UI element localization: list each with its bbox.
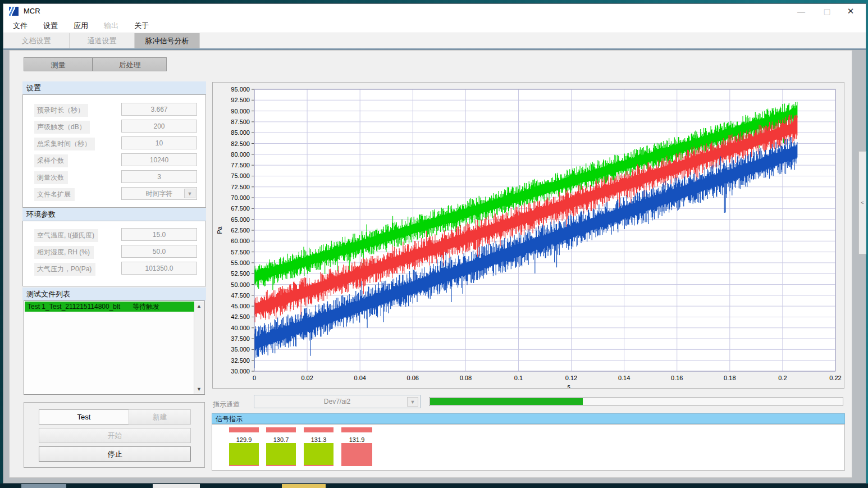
signal-value: 131.9	[341, 436, 372, 443]
signal-peak-bar	[304, 427, 334, 432]
main-content: 测量 后处理 设置 预录时长（秒）3.667声级触发（dB）200总采集时间（秒…	[9, 50, 852, 478]
start-button[interactable]: 开始	[39, 428, 191, 443]
setting-value-field[interactable]: 10240	[121, 153, 197, 166]
list-item[interactable]: Test 1_Test_211215114800_blt等待触发	[25, 302, 194, 312]
run-controls-group: Test 新建 开始 停止	[24, 402, 205, 468]
signal-column-3: 131.3	[304, 425, 334, 469]
test-file-list: ▲ ▼ Test 1_Test_211215114800_blt等待触发	[24, 300, 205, 395]
tab-bar: 文档设置通道设置脉冲信号分析	[3, 33, 866, 48]
y-tick-label: 60.000	[231, 238, 250, 244]
x-tick-label: 0.04	[354, 375, 366, 381]
signal-column-1: 129.9	[229, 425, 259, 469]
title-bar: MCR — ▢ ✕	[3, 4, 866, 19]
signal-value: 130.7	[266, 436, 296, 443]
close-button[interactable]: ✕	[838, 4, 864, 19]
tab-3[interactable]: 脉冲信号分析	[135, 33, 200, 48]
y-tick-label: 35.000	[231, 346, 250, 353]
measure-tab-button[interactable]: 测量	[24, 57, 93, 71]
x-tick-label: 0.06	[407, 375, 419, 381]
taskbar-icon[interactable]	[21, 484, 66, 488]
signal-column-4: 131.9	[341, 425, 372, 469]
chevron-down-icon[interactable]: ▼	[184, 189, 195, 198]
file-name: Test 1_Test_211215114800_blt	[28, 303, 120, 311]
acquisition-progressbar	[429, 397, 843, 406]
window-title: MCR	[24, 7, 40, 15]
tab-1[interactable]: 文档设置	[3, 33, 70, 48]
setting-row: 声级触发（dB）200	[23, 120, 205, 133]
list-scrollbar[interactable]: ▲ ▼	[194, 302, 204, 394]
y-tick-label: 30.000	[231, 368, 250, 375]
menu-item-5[interactable]: 关于	[133, 19, 150, 33]
scroll-down-icon[interactable]: ▼	[194, 385, 204, 394]
x-axis-title: s	[567, 383, 570, 388]
signal-indicator-panel: 129.9130.7131.3131.9	[212, 424, 845, 471]
environment-row: 大气压力，P0(Pa)101350.0	[23, 262, 205, 275]
setting-value-field[interactable]: 200	[121, 120, 197, 133]
environment-label: 大气压力，P0(Pa)	[34, 263, 95, 276]
setting-value-field[interactable]: 3.667	[121, 103, 197, 116]
new-button[interactable]: 新建	[129, 409, 191, 425]
waveform-chart: 30.00032.50035.00037.50040.00042.50045.0…	[212, 82, 844, 389]
menu-item-3[interactable]: 应用	[72, 19, 90, 33]
y-tick-label: 90.000	[231, 108, 250, 115]
progress-fill	[430, 398, 583, 405]
x-tick-label: 0.22	[829, 375, 841, 381]
environment-value-field[interactable]: 50.0	[121, 245, 197, 258]
y-tick-label: 75.000	[231, 172, 250, 179]
file-status: 等待触发	[133, 303, 159, 311]
x-tick-label: 0.08	[460, 375, 472, 381]
file-list-header: 测试文件列表	[22, 288, 206, 300]
indicator-channel-label: 指示通道	[213, 400, 240, 409]
maximize-button[interactable]: ▢	[814, 4, 840, 19]
menu-item-1[interactable]: 文件	[11, 19, 29, 33]
menu-item-2[interactable]: 设置	[42, 19, 60, 33]
y-tick-label: 52.500	[231, 270, 250, 277]
setting-label: 总采集时间（秒）	[34, 138, 95, 150]
x-tick-label: 0.1	[514, 375, 523, 381]
y-tick-label: 70.000	[231, 194, 250, 201]
y-tick-label: 37.500	[231, 335, 250, 342]
environment-row: 空气温度, t(摄氏度)15.0	[23, 228, 205, 241]
signal-level-box	[266, 443, 296, 466]
indicator-channel-select[interactable]: Dev7/ai2 ▼	[254, 395, 421, 408]
x-tick-label: 0.2	[778, 375, 787, 381]
y-tick-label: 80.000	[231, 151, 250, 158]
y-tick-label: 85.000	[231, 129, 250, 136]
side-panel-collapse-handle[interactable]: <	[858, 151, 866, 254]
y-tick-label: 65.000	[231, 216, 250, 223]
scroll-up-icon[interactable]: ▲	[194, 302, 204, 311]
setting-label: 文件名扩展	[34, 188, 75, 201]
stop-button[interactable]: 停止	[39, 446, 191, 462]
test-name-field[interactable]: Test	[39, 409, 129, 425]
setting-value-field[interactable]: 3	[121, 170, 197, 183]
x-tick-label: 0.12	[565, 375, 577, 381]
signal-value: 129.9	[229, 436, 259, 443]
menu-item-4[interactable]: 输出	[102, 19, 120, 33]
environment-value-field[interactable]: 15.0	[121, 228, 197, 241]
y-tick-label: 77.500	[231, 162, 250, 168]
taskbar	[0, 484, 868, 488]
x-tick-label: 0.14	[618, 375, 630, 381]
setting-value-field[interactable]: 时间字符▼	[121, 187, 197, 200]
x-tick-label: 0.16	[671, 375, 683, 381]
menu-bar: 文件设置应用输出关于	[3, 19, 866, 33]
environment-value-field[interactable]: 101350.0	[121, 262, 197, 275]
signal-value: 131.3	[304, 436, 334, 443]
taskbar-icon[interactable]	[282, 484, 326, 488]
chart-canvas: 30.00032.50035.00037.50040.00042.50045.0…	[213, 83, 844, 388]
environment-row: 相对湿度, RH (%)50.0	[23, 245, 205, 258]
x-tick-label: 0.02	[301, 375, 313, 381]
environment-group: 空气温度, t(摄氏度)15.0相对湿度, RH (%)50.0大气压力，P0(…	[22, 221, 206, 286]
tab-2[interactable]: 通道设置	[70, 33, 135, 48]
y-tick-label: 95.000	[231, 86, 250, 93]
x-tick-label: 0	[253, 375, 256, 381]
taskbar-icon[interactable]	[153, 484, 200, 488]
y-tick-label: 50.000	[231, 281, 250, 288]
y-tick-label: 55.000	[231, 259, 250, 266]
setting-value-field[interactable]: 10	[121, 136, 197, 149]
minimize-button[interactable]: —	[788, 4, 814, 19]
y-tick-label: 67.500	[231, 205, 250, 212]
postprocess-tab-button[interactable]: 后处理	[93, 57, 167, 71]
chevron-down-icon[interactable]: ▼	[407, 397, 418, 407]
setting-row: 测量次数3	[23, 170, 205, 183]
